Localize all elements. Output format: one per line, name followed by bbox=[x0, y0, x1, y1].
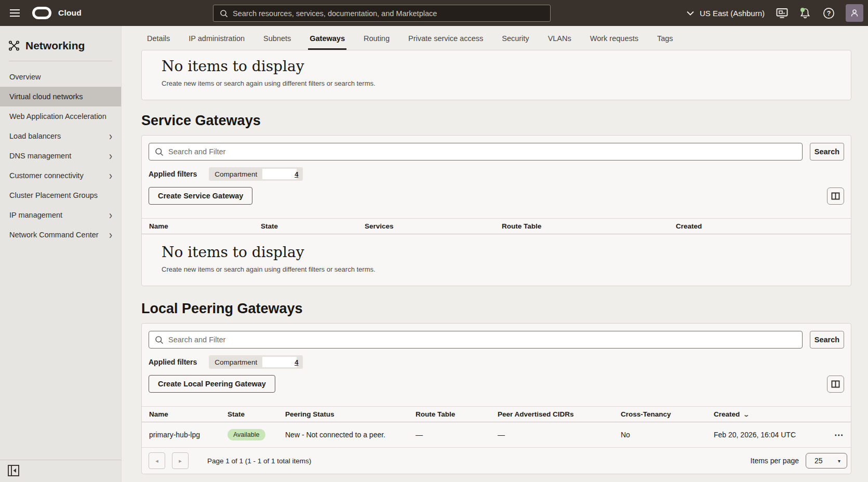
sg-search-button[interactable]: Search bbox=[810, 143, 844, 160]
columns-icon bbox=[831, 192, 840, 200]
global-search-input[interactable] bbox=[233, 9, 550, 18]
create-service-gateway-button[interactable]: Create Service Gateway bbox=[149, 187, 252, 205]
lpg-col-actions bbox=[821, 407, 851, 422]
items-per-page-select[interactable]: 25 ▾ bbox=[806, 453, 847, 468]
sg-empty-state-subtitle: Create new items or search again using d… bbox=[162, 265, 851, 273]
sidebar-divider bbox=[9, 61, 112, 61]
tab-subnets[interactable]: Subnets bbox=[262, 34, 292, 50]
tab-bar: Details IP administration Subnets Gatewa… bbox=[122, 26, 868, 50]
sg-col-services: Services bbox=[365, 219, 502, 234]
sg-col-name: Name bbox=[142, 219, 261, 234]
lpg-filter-count-link[interactable]: 4 bbox=[295, 358, 298, 366]
collapse-sidebar-button[interactable] bbox=[7, 464, 20, 477]
lpg-applied-filters-label: Applied filters bbox=[149, 358, 197, 366]
service-gateways-heading: Service Gateways bbox=[141, 113, 868, 129]
lpg-search-button[interactable]: Search bbox=[810, 331, 844, 349]
region-label: US East (Ashburn) bbox=[700, 9, 765, 18]
sg-applied-filters-label: Applied filters bbox=[149, 170, 197, 178]
empty-state-subtitle: Create new items or search again using d… bbox=[162, 79, 851, 87]
lpg-row-name[interactable]: primary-hub-lpg bbox=[142, 422, 228, 448]
create-local-peering-gateway-button[interactable]: Create Local Peering Gateway bbox=[149, 375, 275, 393]
tab-tags[interactable]: Tags bbox=[656, 34, 675, 50]
row-actions-menu-icon[interactable]: ⋯ bbox=[821, 422, 851, 448]
sg-compartment-filter-chip[interactable]: Compartment 4 bbox=[209, 167, 303, 181]
top-empty-card: No items to display Create new items or … bbox=[141, 50, 851, 100]
cloud-shell-console-icon[interactable] bbox=[776, 7, 788, 19]
next-page-button[interactable]: ▸ bbox=[172, 452, 189, 469]
lpg-row-peering-status: New - Not connected to a peer. bbox=[285, 422, 416, 448]
chevron-down-icon bbox=[687, 11, 694, 16]
sidebar-title: Networking bbox=[25, 39, 85, 52]
table-row: primary-hub-lpg Available New - Not conn… bbox=[142, 422, 851, 448]
lpg-col-created-sort[interactable]: Created⌄ bbox=[714, 407, 821, 422]
lpg-compartment-filter-chip[interactable]: Compartment 4 bbox=[209, 355, 303, 369]
tab-details[interactable]: Details bbox=[145, 34, 171, 50]
svg-text:?: ? bbox=[826, 10, 831, 17]
sidebar-item-customer-connectivity[interactable]: Customer connectivity› bbox=[0, 166, 121, 185]
sidebar-item-web-application-acceleration[interactable]: Web Application Acceleration bbox=[0, 106, 121, 126]
local-peering-gateways-heading: Local Peering Gateways bbox=[141, 301, 868, 317]
search-icon bbox=[220, 9, 228, 18]
sidebar-item-ip-management[interactable]: IP management› bbox=[0, 205, 121, 225]
top-header-bar: Cloud US East (Ashburn) bbox=[0, 0, 868, 26]
lpg-row-created: Feb 20, 2026, 16:04 UTC bbox=[714, 422, 821, 448]
service-gateways-table: Name State Services Route Table Created bbox=[142, 218, 851, 234]
local-peering-gateways-table: Name State Peering Status Route Table Pe… bbox=[142, 406, 851, 448]
pagination-bar: ◂ ▸ Page 1 of 1 (1 - 1 of 1 total items)… bbox=[142, 448, 851, 474]
sidebar-item-cluster-placement-groups[interactable]: Cluster Placement Groups bbox=[0, 185, 121, 205]
tab-security[interactable]: Security bbox=[500, 34, 530, 50]
sg-filter-count-link[interactable]: 4 bbox=[295, 170, 298, 178]
help-icon[interactable]: ? bbox=[822, 7, 835, 19]
tab-routing[interactable]: Routing bbox=[362, 34, 391, 50]
chevron-right-icon: › bbox=[109, 150, 112, 162]
sidebar-item-load-balancers[interactable]: Load balancers› bbox=[0, 126, 121, 146]
lpg-search-filter-field[interactable] bbox=[149, 331, 803, 349]
lpg-col-route-table: Route Table bbox=[416, 407, 498, 422]
sidebar-item-network-command-center[interactable]: Network Command Center› bbox=[0, 225, 121, 245]
sg-search-input[interactable] bbox=[168, 148, 802, 156]
caret-down-icon: ▾ bbox=[838, 458, 840, 464]
lpg-search-input[interactable] bbox=[168, 336, 802, 344]
tab-gateways[interactable]: Gateways bbox=[308, 34, 346, 50]
lpg-col-peer-advertised-cidrs: Peer Advertised CIDRs bbox=[498, 407, 621, 422]
sg-column-settings-button[interactable] bbox=[827, 188, 844, 205]
brand-logo[interactable]: Cloud bbox=[32, 7, 82, 19]
previous-page-button[interactable]: ◂ bbox=[149, 452, 165, 469]
sg-table-header-row: Name State Services Route Table Created bbox=[142, 219, 851, 234]
main-content: Details IP administration Subnets Gatewa… bbox=[122, 26, 868, 482]
region-selector[interactable]: US East (Ashburn) bbox=[687, 9, 765, 18]
tab-ip-administration[interactable]: IP administration bbox=[187, 34, 246, 50]
global-search-bar[interactable] bbox=[213, 5, 551, 22]
lpg-col-name: Name bbox=[142, 407, 228, 422]
sg-col-created: Created bbox=[676, 219, 851, 234]
sidebar-item-overview[interactable]: Overview bbox=[0, 67, 121, 87]
hamburger-menu-icon[interactable] bbox=[3, 0, 26, 26]
chevron-right-icon: › bbox=[109, 130, 112, 142]
lpg-col-cross-tenancy: Cross-Tenancy bbox=[621, 407, 714, 422]
lpg-row-cross-tenancy: No bbox=[621, 422, 714, 448]
lpg-column-settings-button[interactable] bbox=[827, 376, 844, 393]
chevron-right-icon: › bbox=[109, 209, 112, 221]
user-avatar-icon[interactable] bbox=[846, 4, 863, 22]
tab-private-service-access[interactable]: Private service access bbox=[407, 34, 485, 50]
redacted-compartment-value bbox=[262, 169, 297, 179]
lpg-col-state: State bbox=[228, 407, 285, 422]
notifications-bell-icon[interactable] bbox=[799, 7, 811, 19]
empty-state-title: No items to display bbox=[162, 58, 851, 75]
sg-col-state: State bbox=[261, 219, 365, 234]
lpg-row-peer-advertised-cidrs: — bbox=[498, 422, 621, 448]
chevron-right-icon: › bbox=[109, 170, 112, 182]
sidebar-item-virtual-cloud-networks[interactable]: Virtual cloud networks bbox=[0, 87, 121, 106]
tab-vlans[interactable]: VLANs bbox=[546, 34, 573, 50]
service-gateways-card: Search Applied filters Compartment 4 Cre… bbox=[141, 135, 851, 286]
sidebar-item-dns-management[interactable]: DNS management› bbox=[0, 146, 121, 166]
lpg-col-peering-status: Peering Status bbox=[285, 407, 416, 422]
sort-chevron-down-icon: ⌄ bbox=[743, 411, 750, 418]
items-per-page-label: Items per page bbox=[751, 457, 799, 465]
collapse-panel-icon bbox=[7, 464, 20, 477]
tab-work-requests[interactable]: Work requests bbox=[589, 34, 640, 50]
networking-icon bbox=[8, 40, 20, 51]
oracle-logo-icon bbox=[32, 7, 51, 19]
sg-search-filter-field[interactable] bbox=[149, 143, 803, 160]
sidebar-bottom-divider bbox=[0, 460, 121, 460]
